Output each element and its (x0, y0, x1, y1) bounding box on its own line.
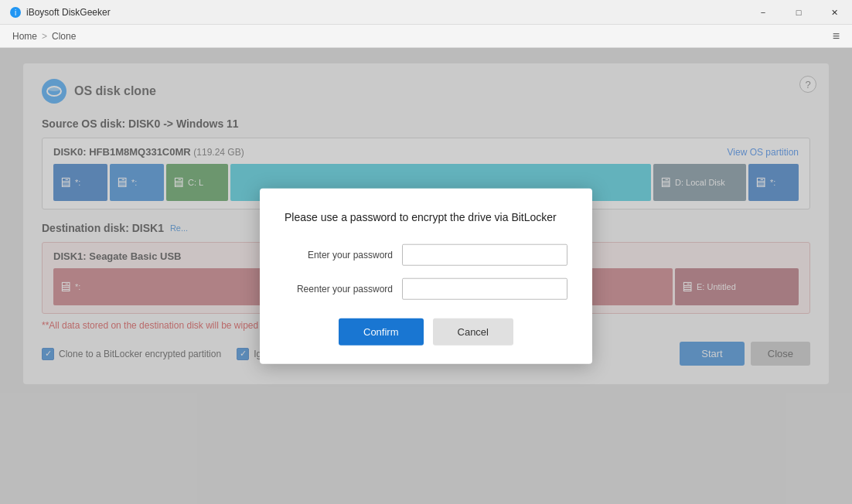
cancel-button[interactable]: Cancel (433, 318, 513, 345)
main-area: OS disk clone ? Source OS disk: DISK0 ->… (0, 48, 852, 504)
nav-bar: Home > Clone ≡ (0, 25, 852, 48)
minimize-button[interactable]: − (745, 0, 781, 25)
password-label: Enter your password (285, 249, 393, 260)
reenter-password-input[interactable] (402, 278, 567, 299)
breadcrumb-clone[interactable]: Clone (52, 31, 76, 42)
breadcrumb: Home > Clone (12, 31, 76, 42)
reenter-password-field: Reenter your password (285, 278, 567, 299)
bitlocker-dialog: Please use a password to encrypt the dri… (260, 189, 592, 364)
maximize-button[interactable]: □ (781, 0, 816, 25)
app-title: iBoysoft DiskGeeker (26, 7, 111, 18)
title-bar: i iBoysoft DiskGeeker − □ ✕ (0, 0, 852, 25)
svg-text:i: i (15, 9, 16, 17)
confirm-button[interactable]: Confirm (339, 318, 424, 345)
reenter-label: Reenter your password (285, 283, 393, 294)
breadcrumb-home[interactable]: Home (12, 31, 37, 42)
dialog-title: Please use a password to encrypt the dri… (285, 210, 567, 226)
menu-button[interactable]: ≡ (833, 29, 840, 43)
password-field: Enter your password (285, 243, 567, 265)
app-icon: i (9, 6, 22, 19)
password-input[interactable] (402, 243, 567, 265)
breadcrumb-separator: > (42, 31, 47, 42)
dialog-buttons: Confirm Cancel (285, 318, 567, 345)
window-controls: − □ ✕ (745, 0, 852, 25)
close-window-button[interactable]: ✕ (816, 0, 852, 25)
